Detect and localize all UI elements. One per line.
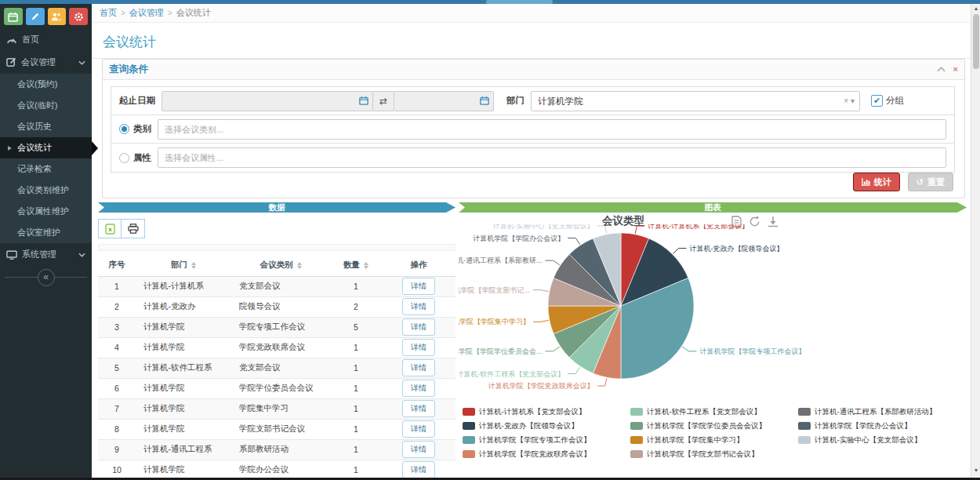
table-row: 5计算机-软件工程系党支部会议1详情 — [98, 358, 456, 378]
sidebar-subitem-7[interactable]: 会议室维护 — [0, 222, 92, 243]
top-scroll-thumb[interactable] — [486, 0, 553, 4]
table-header-strip — [98, 244, 456, 251]
detail-button[interactable]: 详情 — [402, 298, 435, 315]
legend-item-4[interactable]: 计算机-软件工程系【党支部会议】 — [630, 405, 787, 419]
category-input[interactable]: 选择会议类别... — [158, 119, 946, 140]
scroll-up-icon[interactable]: ▲ — [971, 4, 980, 13]
attribute-radio[interactable] — [119, 153, 129, 163]
detail-button[interactable]: 详情 — [402, 400, 435, 417]
sidebar-subitem-6[interactable]: 会议属性维护 — [0, 201, 92, 222]
legend-item-6[interactable]: 计算机学院【学院集中学习】 — [630, 433, 787, 447]
reset-button[interactable]: ↺ 重置 — [908, 173, 953, 191]
table-cell: 2 — [98, 296, 136, 317]
legend-item-10[interactable]: 计算机-实验中心【党支部会议】 — [798, 433, 955, 447]
panel-close-icon[interactable]: × — [953, 65, 958, 74]
col-header-1[interactable]: 部门 — [136, 255, 231, 276]
detail-button[interactable]: 详情 — [402, 278, 435, 295]
detail-button[interactable]: 详情 — [402, 441, 435, 458]
legend-item-3[interactable]: 计算机学院【学院党政联席会议】 — [463, 447, 619, 461]
sort-icon[interactable] — [297, 262, 302, 269]
sidebar-subitem-0[interactable]: 会议(预约) — [0, 74, 92, 95]
category-radio[interactable] — [119, 124, 129, 134]
calendar-icon[interactable] — [359, 96, 368, 105]
legend-item-0[interactable]: 计算机-计算机系【党支部会议】 — [463, 405, 619, 419]
table-cell: 学院党政联席会议 — [231, 337, 330, 358]
detail-button[interactable]: 详情 — [402, 420, 435, 438]
date-from-input[interactable] — [162, 91, 373, 111]
sort-icon[interactable] — [364, 262, 368, 269]
detail-button[interactable]: 详情 — [402, 359, 435, 376]
legend-item-7[interactable]: 计算机学院【学院支部书记会议】 — [630, 447, 787, 461]
attribute-input[interactable]: 选择会议属性... — [158, 147, 946, 168]
detail-button[interactable]: 详情 — [402, 461, 435, 478]
sidebar-subitem-1[interactable]: 会议(临时) — [0, 95, 92, 116]
swap-icon: ⇄ — [373, 91, 394, 111]
clear-icon[interactable]: × — [844, 96, 848, 105]
table-cell: 系部教研活动 — [231, 439, 330, 460]
legend-swatch — [463, 450, 475, 458]
caret-down-icon[interactable]: ▾ — [851, 96, 855, 105]
panel-collapse-icon[interactable] — [937, 67, 946, 72]
quick-calendar-button[interactable] — [4, 8, 23, 25]
sidebar-submenu: 会议(预约)会议(临时)会议历史会议统计记录检索会议类别维护会议属性维护会议室维… — [0, 74, 92, 243]
pie-label: 计算机学院【学院办公会议】 — [472, 235, 564, 242]
calendar-icon[interactable] — [480, 96, 489, 105]
printer-icon — [128, 224, 139, 234]
legend-item-2[interactable]: 计算机学院【学院专项工作会议】 — [463, 433, 619, 447]
pie-label: 计算机-计算机系【党支部会议】 — [647, 224, 749, 230]
sort-icon[interactable] — [191, 262, 196, 269]
pie-label-line — [682, 347, 696, 351]
col-header-3[interactable]: 数量 — [330, 255, 382, 276]
print-button[interactable] — [122, 219, 145, 238]
dept-select[interactable]: 计算机学院 × ▾ — [531, 91, 860, 111]
legend-item-1[interactable]: 计算机-党政办【院领导会议】 — [463, 419, 619, 433]
sidebar-collapse-button[interactable]: « — [38, 269, 55, 286]
breadcrumb-current: 会议统计 — [176, 7, 211, 19]
sidebar-subitem-2[interactable]: 会议历史 — [0, 116, 92, 137]
chevron-down-icon — [78, 253, 85, 257]
sidebar-group-system[interactable]: 系统管理 — [0, 243, 92, 266]
svg-text:x: x — [108, 226, 112, 233]
table-cell: 计算机学院 — [136, 419, 231, 439]
quick-users-button[interactable] — [48, 8, 67, 25]
breadcrumb: 首页 > 会议管理 > 会议统计 — [92, 4, 971, 23]
detail-button[interactable]: 详情 — [402, 339, 435, 356]
table-cell: 2 — [330, 296, 382, 317]
legend-swatch — [630, 450, 643, 458]
legend-swatch — [630, 436, 643, 444]
breadcrumb-meeting[interactable]: 会议管理 — [129, 7, 164, 19]
group-checkbox[interactable]: ✔ — [871, 95, 883, 107]
table-toolbar: x — [98, 219, 456, 238]
legend-swatch — [463, 436, 475, 444]
pie-label: 计算机-实验中心【党支部会议】 — [492, 224, 594, 230]
sidebar-subitem-3[interactable]: 会议统计 — [0, 137, 92, 158]
pie-label: 计算机-党政办【院领导会议】 — [689, 245, 784, 253]
export-excel-button[interactable]: x — [98, 219, 122, 238]
table-cell: 8 — [98, 419, 136, 439]
legend-item-9[interactable]: 计算机学院【学院办公会议】 — [798, 419, 955, 433]
scrollbar-thumb[interactable] — [973, 14, 979, 69]
group-checkbox-wrap[interactable]: ✔ 分组 — [871, 95, 904, 107]
vertical-scrollbar[interactable]: ▲ ▼ — [971, 4, 980, 478]
scroll-down-icon[interactable]: ▼ — [971, 466, 980, 475]
detail-button[interactable]: 详情 — [402, 380, 435, 397]
legend-item-8[interactable]: 计算机-通讯工程系【系部教研活动】 — [798, 405, 955, 419]
quick-edit-button[interactable] — [26, 8, 45, 25]
pie-label-line — [597, 378, 607, 386]
breadcrumb-separator: > — [121, 9, 125, 17]
breadcrumb-home[interactable]: 首页 — [100, 7, 117, 19]
detail-button[interactable]: 详情 — [402, 318, 435, 336]
sidebar-subitem-5[interactable]: 会议类别维护 — [0, 180, 92, 201]
statistics-button[interactable]: 统计 — [853, 173, 900, 191]
table-cell: 学院专项工作会议 — [231, 317, 330, 337]
legend-swatch — [463, 422, 475, 430]
legend-item-5[interactable]: 计算机学院【学院学位委员会会议】 — [630, 419, 787, 433]
col-header-2[interactable]: 会议类别 — [231, 255, 330, 276]
quick-settings-button[interactable] — [69, 8, 88, 25]
date-to-input[interactable] — [394, 91, 494, 111]
sidebar-group-meeting[interactable]: 会议管理 — [0, 51, 92, 74]
excel-icon: x — [105, 224, 115, 235]
sidebar-item-home[interactable]: 首页 — [0, 28, 92, 51]
sidebar-subitem-4[interactable]: 记录检索 — [0, 158, 92, 180]
category-label: 类别 — [133, 123, 151, 135]
